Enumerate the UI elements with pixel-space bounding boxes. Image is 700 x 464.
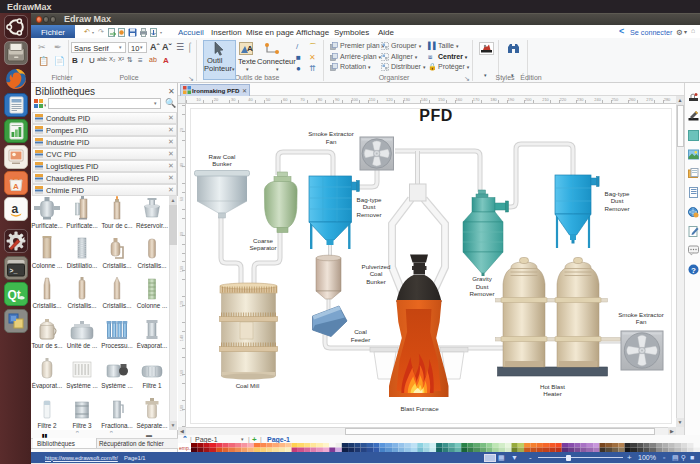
svg-text:Dust: Dust <box>476 283 489 290</box>
svg-text:Raw Coal: Raw Coal <box>209 153 236 160</box>
svg-text:A: A <box>13 182 19 191</box>
svg-text:Gravity: Gravity <box>472 275 493 282</box>
svg-text:Dust: Dust <box>363 203 376 210</box>
svg-text:Bag-type: Bag-type <box>357 196 382 203</box>
svg-text:PFD: PFD <box>419 107 453 124</box>
svg-text:Qt: Qt <box>7 288 20 302</box>
svg-text:Bag-type: Bag-type <box>605 190 630 197</box>
svg-text:Fan: Fan <box>636 318 647 325</box>
svg-text:Coal: Coal <box>370 270 383 277</box>
svg-text:Hot Blast: Hot Blast <box>540 383 565 390</box>
svg-text:Blast Furnace: Blast Furnace <box>400 405 439 412</box>
svg-text:Feeder: Feeder <box>351 336 371 343</box>
svg-text:>_: >_ <box>9 267 17 274</box>
svg-text:Remover: Remover <box>356 211 381 218</box>
svg-text:Dust: Dust <box>611 197 624 204</box>
svg-text:Remover: Remover <box>604 205 629 212</box>
svg-text:Separator: Separator <box>249 244 276 251</box>
svg-text:Coarse: Coarse <box>253 237 274 244</box>
svg-text:Coal Mill: Coal Mill <box>236 382 260 389</box>
svg-text:a: a <box>11 202 18 216</box>
svg-text:Heater: Heater <box>543 390 562 397</box>
svg-text:Smoke Extractor: Smoke Extractor <box>308 130 354 137</box>
svg-text:Bunker: Bunker <box>366 278 386 285</box>
svg-text:Bunker: Bunker <box>212 160 232 167</box>
svg-text:Remover: Remover <box>469 290 494 297</box>
svg-text:Pulverized: Pulverized <box>362 263 391 270</box>
svg-text:Fan: Fan <box>326 138 337 145</box>
svg-text:Smoke Extractor: Smoke Extractor <box>618 311 664 318</box>
svg-text:Coal: Coal <box>354 328 367 335</box>
